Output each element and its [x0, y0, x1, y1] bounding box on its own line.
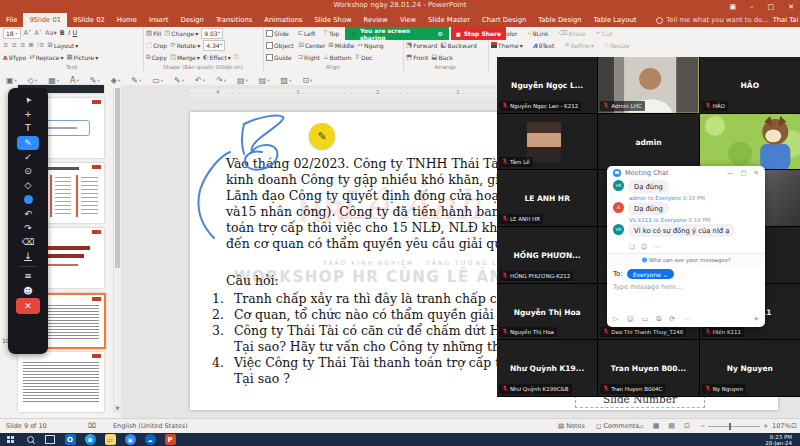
9typo-button[interactable]: A9Typo	[3, 54, 26, 61]
send-icon[interactable]: ➤	[753, 315, 759, 323]
replace-button[interactable]: ⇄Replace▾	[29, 53, 63, 61]
menu-tool[interactable]: ≡	[17, 269, 39, 283]
taskbar-outlook-button[interactable]: O	[60, 433, 80, 446]
resize-button[interactable]: ⊹Resize	[604, 41, 630, 49]
shape-tool[interactable]: ◇	[17, 178, 39, 192]
ink-pen-3-icon[interactable]: ✎▾	[174, 76, 184, 85]
chat-maximize-button[interactable]: ▢	[740, 169, 746, 177]
cut-button[interactable]: ✂Cut	[596, 29, 613, 37]
align-top-button[interactable]: ⊤Top	[322, 29, 339, 37]
align-doc-button[interactable]: ⇳Doc	[355, 53, 373, 61]
tab-animations[interactable]: Animations	[258, 13, 308, 27]
language-indicator[interactable]: English (United States)	[113, 422, 188, 430]
effect-button[interactable]: ◐Effect▾	[203, 53, 231, 61]
align-left-icon[interactable]: ≡	[3, 41, 8, 49]
chat-input[interactable]: Type message here...	[613, 283, 759, 291]
refine-button[interactable]: ✳Refine▾	[564, 41, 593, 49]
slide-sorter-icon[interactable]: ▦	[653, 422, 660, 430]
copy-button[interactable]: ⧉Copy	[146, 53, 167, 61]
participant-tile-nguy-n-th-hoa[interactable]: Nguyễn Thị HoaNguyễn Thị Hoa	[497, 284, 597, 340]
bold-button[interactable]: B	[60, 29, 65, 37]
erase-button[interactable]: ⌫Erase	[559, 29, 586, 37]
minimize-button[interactable]: –	[750, 3, 754, 11]
redo-tool[interactable]: ↷	[17, 221, 39, 235]
scroll-down-arrow-icon[interactable]: ▼	[114, 404, 121, 413]
tab-file[interactable]: File	[0, 13, 23, 27]
taskbar-edge-button[interactable]: e	[80, 433, 100, 446]
zoom-level[interactable]: 107%	[772, 422, 791, 430]
tab-insert[interactable]: Insert	[143, 13, 175, 27]
more-icon[interactable]: ⋯	[683, 315, 690, 323]
participant-tile-ny-nguyen[interactable]: Ny NguyenNy Nguyen	[700, 340, 800, 396]
font-size-input[interactable]: 18 ▾	[3, 28, 21, 39]
screenshot-icon[interactable]: ⧉	[656, 315, 661, 323]
notes-toggle[interactable]: ▤ Notes	[558, 422, 585, 430]
slideshow-icon[interactable]: ⊡▾	[302, 76, 312, 85]
change-case-icon[interactable]: Aa▾	[45, 29, 57, 37]
taskbar-search-button[interactable]	[20, 433, 40, 446]
more-actions-icon[interactable]: ⋯	[654, 243, 661, 251]
ink-pen-2-icon[interactable]: ✎▾	[131, 76, 141, 85]
font-color-icon[interactable]: A▾	[70, 76, 79, 85]
text-tool[interactable]: T	[17, 121, 39, 135]
align-left-button[interactable]: ⊏Left	[298, 29, 316, 37]
chat-minimize-button[interactable]: —	[727, 169, 734, 177]
participants-tool[interactable]: ☻	[17, 283, 39, 297]
pen-tool[interactable]: ✎	[17, 136, 39, 150]
spotlight-tool[interactable]: ⊙	[17, 164, 39, 178]
zoom-slider[interactable]	[708, 426, 760, 427]
participant-tile-h-ng-ph-ng-k212[interactable]: HỒNG PHƯƠN...HỒNG PHƯƠNG-K212	[497, 227, 597, 283]
reading-view-icon[interactable]: ▤	[668, 422, 675, 430]
align-to-object-checkbox[interactable]: Object	[266, 42, 294, 49]
zoom-in-button[interactable]: +	[763, 422, 768, 430]
spellcheck-icon[interactable]: ⌧	[88, 422, 96, 430]
bring-front-button[interactable]: ⬒Front	[406, 53, 428, 61]
emoji-icon[interactable]: ☺	[626, 315, 633, 323]
tab-design[interactable]: Design	[174, 13, 209, 27]
9text-button[interactable]: A9Text	[533, 42, 555, 49]
slideshow-view-icon[interactable]: ⊡	[684, 422, 690, 430]
underline-button[interactable]: U	[73, 29, 78, 37]
restore-button[interactable]: ▢	[768, 3, 775, 11]
account-name[interactable]: Thai Tai	[773, 16, 799, 27]
privacy-note[interactable]: ☻ Who can see your messages?	[607, 253, 765, 266]
grow-font-icon[interactable]: A˄	[24, 29, 32, 37]
align-center-button[interactable]: ⊟Center	[299, 41, 326, 49]
comments-toggle[interactable]: ◻ Comments	[596, 422, 639, 430]
send-backward-button[interactable]: ⬕Backward	[440, 41, 476, 49]
tab-slide-master[interactable]: Slide Master	[422, 13, 476, 27]
participant-tile[interactable]	[700, 114, 800, 170]
image-icon[interactable]: ▨▾	[281, 76, 292, 85]
highlighter-icon[interactable]: ◈▾	[111, 76, 120, 85]
history-icon[interactable]: ⟳	[669, 315, 675, 323]
shape-height-input[interactable]: 4.34"	[203, 40, 225, 51]
save-annotation-tool[interactable]: ↓	[17, 249, 39, 263]
participant-tile-nguy-n-ng-c-lan-k212[interactable]: Nguyễn Ngọc L...Nguyễn Ngọc Lan - K212	[497, 57, 597, 113]
taskbar-task-view-button[interactable]	[40, 433, 60, 446]
file-icon[interactable]: ▭	[642, 315, 649, 323]
participant-tile-tran-huyen-b004c[interactable]: Tran Huyen B00...Tran Huyen B004C	[598, 340, 698, 396]
shapes-icon[interactable]: ◇▾	[28, 76, 37, 85]
participant-tile-nh-qu-nh-k199c-b[interactable]: Như Quỳnh K19...Như Quỳnh K199C&B	[497, 340, 597, 396]
participant-tile-le-anh-hr[interactable]: LE ANH HRLE ANH HR	[497, 170, 597, 226]
emoji-react-icon[interactable]: ☺	[641, 243, 648, 251]
normal-view-icon[interactable]: ▭	[637, 422, 644, 430]
align-bottom-button[interactable]: ⊥Bottom	[323, 53, 352, 61]
9link-button[interactable]: ϟ9Link	[527, 30, 548, 37]
taskbar-file-explorer-button[interactable]: ▱	[100, 433, 120, 446]
tab-table-design[interactable]: Table Design	[532, 13, 587, 27]
quote-reply-icon[interactable]: ❑	[629, 243, 635, 251]
merge-button[interactable]: ◫Merge▾	[170, 53, 200, 61]
bullets-icon[interactable]: ⁝≡	[37, 41, 45, 49]
taskbar-powerpoint-button[interactable]: P	[160, 433, 180, 446]
taskbar-onedrive-button[interactable]: ☁	[140, 433, 160, 446]
align-to-guide-checkbox[interactable]: Guide	[266, 54, 292, 61]
picture-button[interactable]: ▦Picture▾	[66, 53, 98, 61]
presenter-icon[interactable]: ▣	[729, 3, 736, 11]
participant-tile-t-m-l-[interactable]: Tâm Lê	[497, 114, 597, 170]
fit-to-window-icon[interactable]: ⊡	[791, 422, 797, 430]
tell-me-box[interactable]: Tell me what you want to do...	[642, 13, 772, 27]
tab-9slide-01[interactable]: 9Slide 01	[23, 13, 67, 27]
rotate-button[interactable]: ⟳Rotate▾	[170, 41, 200, 49]
check-stamp-tool[interactable]: ✓	[17, 150, 39, 164]
